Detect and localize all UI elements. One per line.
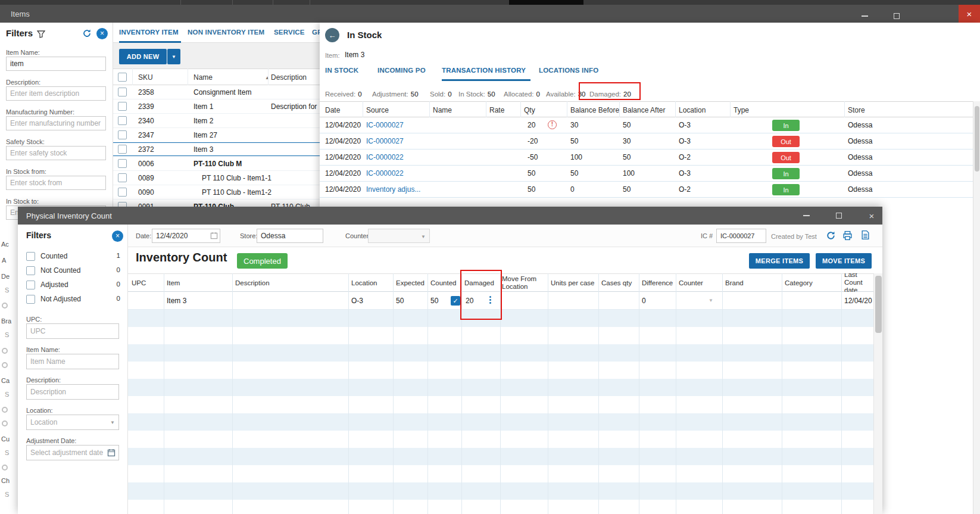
filter-not-adjusted[interactable]: Not Adjusted 0 xyxy=(18,294,128,309)
row-checkbox[interactable] xyxy=(118,173,127,182)
column-header-sku[interactable]: SKU xyxy=(138,73,153,82)
column-header-source[interactable]: Source xyxy=(366,106,389,114)
column-header-counted[interactable]: Counted xyxy=(430,273,459,292)
filter-adjusted[interactable]: Adjusted 0 xyxy=(18,280,128,294)
adjustment-date-input[interactable] xyxy=(26,445,119,460)
minimize-button[interactable] xyxy=(856,10,873,23)
location-filter-select[interactable] xyxy=(26,415,119,430)
table-row[interactable]: 0006 PT-110 Club M xyxy=(113,157,320,171)
upc-filter-input[interactable] xyxy=(26,323,119,339)
transaction-row[interactable]: 12/04/2020 IC-0000022 -50 100 50 O-2 Out… xyxy=(320,149,973,166)
close-button[interactable]: × xyxy=(863,209,880,222)
select-all-checkbox[interactable] xyxy=(118,73,127,82)
column-header-store[interactable]: Store xyxy=(848,106,865,114)
filters-close-button[interactable]: × xyxy=(96,28,108,39)
scrollbar-thumb[interactable] xyxy=(975,106,979,172)
source-link[interactable]: IC-0000027 xyxy=(366,121,404,129)
count-data-row[interactable] xyxy=(128,292,873,310)
table-row-selected[interactable]: 2372 Item 3 xyxy=(113,142,320,157)
table-row[interactable]: 0090 PT 110 Club - Item1-2 xyxy=(113,185,320,200)
move-items-button[interactable]: MOVE ITEMS xyxy=(816,253,872,269)
source-link[interactable]: Inventory adjus... xyxy=(366,185,420,194)
column-header-rate[interactable]: Rate xyxy=(489,106,504,114)
document-icon[interactable] xyxy=(860,230,870,240)
column-header-balance-before[interactable]: Balance Before xyxy=(570,106,619,114)
row-checkbox[interactable] xyxy=(118,130,127,139)
scrollbar[interactable] xyxy=(873,273,882,514)
filter-counted[interactable]: Counted 1 xyxy=(18,251,128,266)
tab-in-stock[interactable]: IN STOCK xyxy=(325,67,358,74)
in-stock-from-filter-input[interactable] xyxy=(6,176,106,190)
column-header-item[interactable]: Item xyxy=(167,273,226,292)
column-header-name[interactable]: Name xyxy=(193,73,213,82)
column-header-cases-qty[interactable]: Cases qty xyxy=(601,273,636,292)
refresh-icon[interactable] xyxy=(826,230,836,241)
transaction-row[interactable]: 12/04/2020 IC-0000027 -20 50 30 O-3 Out … xyxy=(320,133,973,149)
maximize-button[interactable] xyxy=(888,10,905,23)
table-row[interactable]: 0089 PT 110 Club - Item1-1 xyxy=(113,171,320,185)
item-name-filter-input[interactable] xyxy=(26,354,119,369)
column-header-name[interactable]: Name xyxy=(433,106,452,114)
chevron-down-icon[interactable]: ▼ xyxy=(110,420,115,425)
filters-close-button[interactable]: × xyxy=(112,230,123,242)
minimize-button[interactable] xyxy=(798,209,814,222)
column-header-brand[interactable]: Brand xyxy=(725,273,778,292)
column-header-last-count-date[interactable]: Last Count date xyxy=(844,273,872,292)
tab-service[interactable]: SERVICE xyxy=(274,29,305,36)
safety-stock-filter-input[interactable] xyxy=(6,146,106,160)
column-header-description[interactable]: Description xyxy=(235,273,342,292)
source-link[interactable]: IC-0000022 xyxy=(366,169,404,177)
close-button[interactable]: × xyxy=(959,5,980,23)
table-row[interactable]: 2358 Consignment Item xyxy=(113,85,320,99)
transaction-row[interactable]: 12/04/2020 IC-0000027 20 ! 30 50 O-3 In … xyxy=(320,117,973,133)
column-header-location[interactable]: Location xyxy=(351,273,388,292)
row-checkbox[interactable] xyxy=(118,116,127,125)
tab-transaction-history[interactable]: TRANSACTION HISTORY xyxy=(442,67,526,74)
refresh-icon[interactable] xyxy=(82,29,92,38)
tab-non-inventory-item[interactable]: NON INVENTORY ITEM xyxy=(188,29,264,36)
column-header-type[interactable]: Type xyxy=(734,106,749,114)
print-icon[interactable] xyxy=(842,230,853,241)
maximize-button[interactable] xyxy=(831,209,847,222)
column-header-description[interactable]: Description xyxy=(271,73,307,82)
back-button[interactable]: ← xyxy=(325,28,339,42)
adjusted-checkbox[interactable] xyxy=(26,281,35,289)
add-new-button[interactable]: ADD NEW xyxy=(119,49,167,64)
counter-cell-dropdown-icon[interactable]: ▼ xyxy=(709,298,713,303)
row-checkbox[interactable] xyxy=(118,145,127,154)
column-header-location[interactable]: Location xyxy=(679,106,706,114)
item-name-filter-input[interactable] xyxy=(6,57,106,71)
source-link[interactable]: IC-0000027 xyxy=(366,137,404,145)
store-input[interactable] xyxy=(257,229,323,243)
tab-inventory-item[interactable]: INVENTORY ITEM xyxy=(119,29,179,36)
tab-locations-info[interactable]: LOCATIONS INFO xyxy=(539,67,598,74)
not-counted-checkbox[interactable] xyxy=(26,266,35,275)
column-header-counter[interactable]: Counter xyxy=(679,273,718,292)
counter-select[interactable]: ▼ xyxy=(368,229,430,243)
transaction-row[interactable]: 12/04/2020 Inventory adjus... 50 0 50 O-… xyxy=(320,182,973,198)
calendar-icon[interactable] xyxy=(210,232,218,239)
row-checkbox[interactable] xyxy=(118,188,127,197)
column-header-difference[interactable]: Difference xyxy=(642,273,674,292)
column-header-move-from-location[interactable]: Move From Location xyxy=(502,273,545,292)
table-row[interactable]: 2340 Item 2 xyxy=(113,114,320,128)
description-filter-input[interactable] xyxy=(26,384,119,400)
manufacturing-number-filter-input[interactable] xyxy=(6,116,106,130)
ic-number-input[interactable] xyxy=(716,229,766,243)
source-link[interactable]: IC-0000022 xyxy=(366,153,404,161)
column-header-damaged[interactable]: Damaged xyxy=(464,273,497,292)
column-header-expected[interactable]: Expected xyxy=(396,273,425,292)
calendar-icon[interactable] xyxy=(107,448,116,457)
column-header-category[interactable]: Category xyxy=(785,273,837,292)
kebab-menu-icon[interactable] xyxy=(489,296,491,298)
table-row[interactable]: 2347 Item 27 xyxy=(113,128,320,142)
transaction-row[interactable]: 12/04/2020 IC-0000022 50 50 100 O-3 In O… xyxy=(320,166,973,182)
row-checkbox[interactable] xyxy=(118,102,127,111)
counted-checkbox[interactable] xyxy=(26,252,35,261)
merge-items-button[interactable]: MERGE ITEMS xyxy=(749,253,810,269)
counted-row-checkbox[interactable]: ✓ xyxy=(451,296,460,306)
column-header-qty[interactable]: Qty xyxy=(524,106,535,114)
description-filter-input[interactable] xyxy=(6,86,106,101)
tab-incoming-po[interactable]: INCOMING PO xyxy=(377,67,426,74)
scrollbar-thumb[interactable] xyxy=(875,276,882,333)
